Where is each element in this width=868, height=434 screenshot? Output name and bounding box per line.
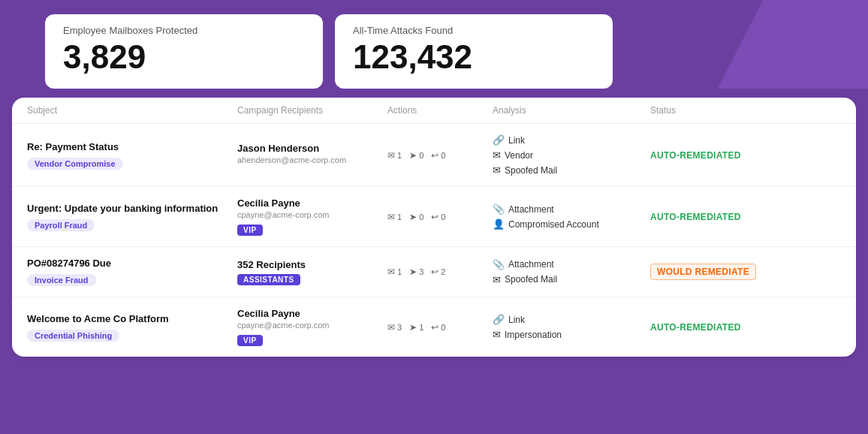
action-send: ➤ 0 [409,212,423,222]
status-badge: AUTO-REMEDIATED [650,212,785,222]
action-mail-count: 1 [397,267,402,276]
recipient-cell: Cecilia Payne cpayne@acme-corp.com VIP [237,308,387,346]
reply-icon: ↩ [431,267,439,277]
action-reply: ↩ 0 [431,212,445,222]
action-reply: ↩ 2 [431,267,445,277]
action-mail-count: 1 [397,212,402,222]
recipient-cell: Jason Henderson ahenderson@acme-corp.com [237,143,387,167]
action-send-count: 1 [419,323,423,332]
status-badge: AUTO-REMEDIATED [650,322,785,333]
analysis-tag-impersonation: ✉ Impersonation [493,329,650,340]
send-icon: ➤ [409,267,417,277]
analysis-tag-spoofed: ✉ Spoofed Mail [493,164,650,176]
spoofed-icon: ✉ [493,274,501,285]
mail-icon: ✉ [387,212,395,222]
header-subject: Subject [27,105,237,116]
actions-cell: ✉ 1 ➤ 0 ↩ 0 [387,212,493,222]
mail-icon: ✉ [387,150,395,161]
subject-cell: PO#08274796 Due Invoice Fraud [27,258,237,286]
header-actions: Actions [387,105,493,116]
action-reply-count: 0 [441,323,445,332]
action-mail-count: 3 [397,323,402,332]
subject-text: Welcome to Acme Co Platform [27,313,237,324]
recipient-email: cpayne@acme-corp.com [237,321,387,330]
analysis-tag-link: 🔗 Link [493,134,650,146]
vendor-icon: ✉ [493,149,501,161]
mail-icon: ✉ [387,267,395,277]
table-row[interactable]: PO#08274796 Due Invoice Fraud 352 Recipi… [12,247,856,297]
header-status: Status [650,105,785,116]
vip-badge: VIP [237,225,263,236]
category-badge: Invoice Fraud [27,274,96,286]
send-icon: ➤ [409,322,417,333]
action-send-count: 0 [419,212,423,222]
attacks-value: 123,432 [353,39,595,75]
category-badge: Credential Phishing [27,330,119,342]
analysis-tag-spoofed: ✉ Spoofed Mail [493,274,650,285]
reply-icon: ↩ [431,212,439,222]
reply-icon: ↩ [431,322,439,333]
attacks-label: All-Time Attacks Found [353,25,595,36]
action-reply-count: 2 [441,267,445,276]
action-send-count: 3 [419,267,423,276]
attachment-icon: 📎 [493,259,505,270]
send-icon: ➤ [409,150,417,161]
action-send: ➤ 1 [409,322,423,333]
action-mail: ✉ 1 [387,267,402,277]
action-send-count: 0 [419,151,423,160]
recipient-cell: 352 Recipients ASSISTANTS [237,259,387,285]
mailboxes-label: Employee Mailboxes Protected [63,25,305,36]
vip-badge: VIP [237,335,263,346]
table-row[interactable]: Re: Payment Status Vendor Compromise Jas… [12,124,856,187]
actions-cell: ✉ 1 ➤ 3 ↩ 2 [387,267,493,277]
action-reply: ↩ 0 [431,150,445,161]
recipient-name: Jason Henderson [237,143,387,154]
subject-cell: Welcome to Acme Co Platform Credential P… [27,313,237,342]
table-header: Subject Campaign Recipients Actions Anal… [12,98,856,124]
table-row[interactable]: Welcome to Acme Co Platform Credential P… [12,297,856,357]
assistants-badge: ASSISTANTS [237,274,300,285]
header-analysis: Analysis [493,105,650,116]
analysis-tag-compromised: 👤 Compromised Account [493,219,650,230]
recipient-name: Cecilia Payne [237,308,387,319]
status-badge: AUTO-REMEDIATED [650,150,785,161]
recipient-name: Cecilia Payne [237,197,387,209]
recipient-cell: Cecilia Payne cpayne@acme-corp.com VIP [237,197,387,236]
analysis-cell: 📎 Attachment ✉ Spoofed Mail [493,259,650,285]
recipient-email: ahenderson@acme-corp.com [237,155,387,164]
action-mail: ✉ 1 [387,150,402,161]
analysis-cell: 📎 Attachment 👤 Compromised Account [493,203,650,230]
analysis-cell: 🔗 Link ✉ Vendor ✉ Spoofed Mail [493,134,650,176]
header-campaign-recipients: Campaign Recipients [237,105,387,116]
analysis-tag-attachment: 📎 Attachment [493,203,650,215]
analysis-tag-vendor: ✉ Vendor [493,149,650,161]
action-mail: ✉ 1 [387,212,402,222]
status-badge: WOULD REMEDIATE [650,267,785,277]
subject-text: Re: Payment Status [27,141,237,152]
subject-text: Urgent: Update your banking information [27,203,237,214]
attacks-table: Subject Campaign Recipients Actions Anal… [12,98,856,357]
action-reply-count: 0 [441,212,445,222]
subject-cell: Urgent: Update your banking information … [27,203,237,231]
analysis-tag-attachment: 📎 Attachment [493,259,650,270]
recipient-name: 352 Recipients [237,259,387,270]
mailboxes-value: 3,829 [63,39,305,75]
subject-text: PO#08274796 Due [27,258,237,269]
reply-icon: ↩ [431,150,439,161]
analysis-cell: 🔗 Link ✉ Impersonation [493,314,650,340]
action-mail-count: 1 [397,151,402,160]
category-badge: Payroll Fraud [27,219,95,231]
action-send: ➤ 3 [409,267,423,277]
category-badge: Vendor Compromise [27,158,123,170]
impersonation-icon: ✉ [493,329,501,340]
attacks-stat-card: All-Time Attacks Found 123,432 [335,14,613,89]
link-icon: 🔗 [493,314,505,325]
mail-icon: ✉ [387,322,395,333]
subject-cell: Re: Payment Status Vendor Compromise [27,141,237,170]
action-send: ➤ 0 [409,150,423,161]
attachment-icon: 📎 [493,203,505,215]
table-row[interactable]: Urgent: Update your banking information … [12,187,856,247]
compromised-icon: 👤 [493,219,505,230]
recipient-email: cpayne@acme-corp.com [237,210,387,219]
actions-cell: ✉ 3 ➤ 1 ↩ 0 [387,322,493,333]
